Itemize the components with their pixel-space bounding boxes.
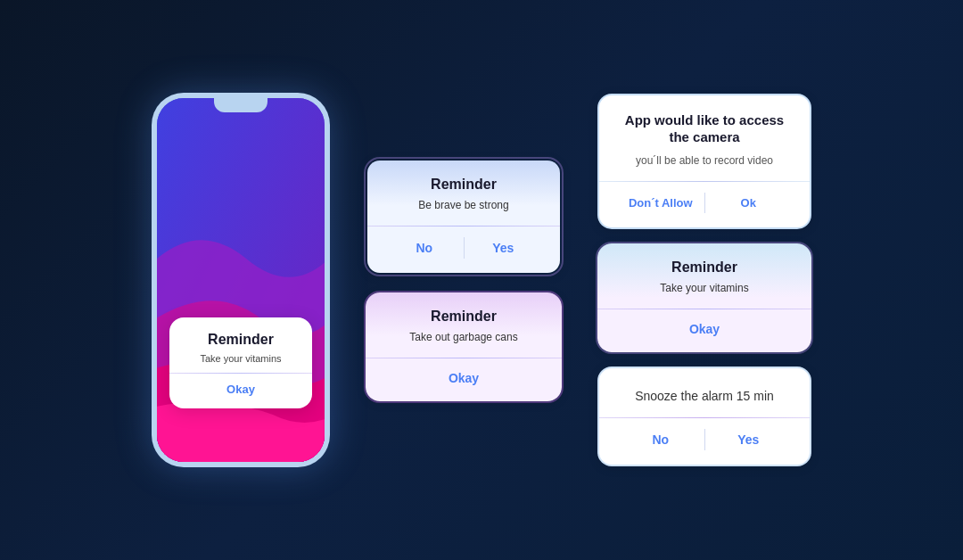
- phone-screen: Reminder Take your vitamins Okay: [157, 98, 325, 462]
- main-layout: Reminder Take your vitamins Okay Reminde…: [125, 66, 838, 494]
- card2-divider: [366, 358, 562, 358]
- dont-allow-button[interactable]: Don´t Allow: [617, 193, 705, 213]
- card1-divider: [367, 226, 560, 226]
- reminder-vitamins-card: Reminder Take your vitamins Okay: [597, 243, 811, 352]
- middle-column: Reminder Be brave be strong No Yes Remin…: [366, 159, 562, 401]
- ok-button[interactable]: Ok: [705, 193, 793, 213]
- card1-btn-double: No Yes: [385, 237, 542, 259]
- phone-dialog-title: Reminder: [182, 332, 300, 348]
- camera-access-card: App would like to access the camera you´…: [597, 94, 811, 229]
- card1-yes-button[interactable]: Yes: [465, 237, 543, 259]
- reminder-card-1: Reminder Be brave be strong No Yes: [366, 159, 562, 275]
- reminder-vitamins-divider: [597, 309, 811, 309]
- reminder-vitamins-message: Take your vitamins: [615, 281, 794, 296]
- card2-title: Reminder: [383, 309, 544, 325]
- card2-okay-button[interactable]: Okay: [383, 369, 544, 387]
- reminder-vitamins-btn-row: Okay: [615, 320, 794, 338]
- reminder-card-2: Reminder Take out garbage cans Okay: [366, 292, 562, 401]
- card1-message: Be brave be strong: [385, 198, 542, 213]
- reminder-vitamins-okay-button[interactable]: Okay: [615, 320, 794, 338]
- snooze-btn-double: No Yes: [617, 429, 792, 450]
- snooze-message: Snooze the alarm 15 min: [617, 388, 792, 406]
- phone-okay-button[interactable]: Okay: [182, 383, 300, 396]
- snooze-card: Snooze the alarm 15 min No Yes: [597, 366, 811, 467]
- camera-card-title: App would like to access the camera: [617, 111, 792, 146]
- card1-title: Reminder: [385, 177, 542, 193]
- phone-dialog-message: Take your vitamins: [182, 353, 300, 364]
- card1-no-button[interactable]: No: [385, 237, 465, 259]
- phone-mockup: Reminder Take your vitamins Okay: [152, 93, 330, 467]
- card2-btn-row: Okay: [383, 369, 544, 387]
- card1-btn-row: No Yes: [385, 237, 542, 259]
- right-column: App would like to access the camera you´…: [597, 94, 811, 466]
- phone-dialog: Reminder Take your vitamins Okay: [169, 317, 312, 408]
- camera-card-message: you´ll be able to record video: [617, 153, 792, 169]
- camera-btn-double: Don´t Allow Ok: [617, 193, 792, 213]
- card2-message: Take out garbage cans: [383, 330, 544, 345]
- reminder-vitamins-title: Reminder: [615, 259, 794, 276]
- snooze-yes-button[interactable]: Yes: [705, 429, 793, 450]
- phone-dialog-btn-row: Okay: [182, 383, 300, 396]
- snooze-no-button[interactable]: No: [617, 429, 705, 450]
- phone-notch: [214, 98, 268, 112]
